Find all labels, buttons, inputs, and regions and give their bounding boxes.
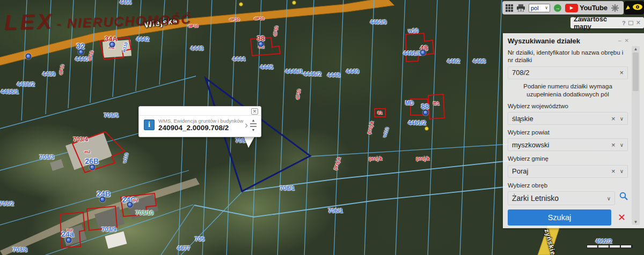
popup-pager-bar — [250, 123, 257, 124]
map-content-bar[interactable]: Zawartość mapy ? ✕ — [570, 17, 644, 28]
popup-scroll-down-icon[interactable]: ▼ — [252, 128, 255, 132]
print-icon[interactable] — [517, 4, 525, 12]
voivodeship-label: Wybierz województwo — [508, 102, 628, 110]
cancel-search-icon[interactable]: ✕ — [618, 212, 626, 223]
county-label: Wybierz powiat — [508, 129, 628, 136]
popup-header: ✕ — [139, 107, 261, 116]
popup-next-chevron-icon[interactable]: › — [245, 120, 248, 130]
clear-icon[interactable]: × — [611, 115, 616, 123]
map-scale-bar — [587, 245, 633, 248]
help-icon[interactable]: ? — [622, 20, 626, 26]
parcel-number-value: 708/2 — [512, 69, 616, 77]
commune-label: Wybierz gminę — [508, 155, 628, 162]
popup-layer-source: WMS, Ewidencja gruntów i budynków — [158, 118, 244, 124]
watermark-suffix: - NIERUCHOMOŚĆ — [56, 11, 192, 31]
scroll-up-icon[interactable]: ▲ — [632, 47, 640, 51]
popup-body: i WMS, Ewidencja gruntów i budynków 2409… — [139, 116, 261, 133]
voivodeship-select[interactable]: śląskie × ∨ — [508, 112, 628, 125]
watermark-brand: LEX — [4, 9, 54, 34]
settings-asterisk-icon[interactable] — [611, 4, 619, 12]
district-value: Żarki Letnisko — [512, 194, 603, 202]
panel-title: Wyszukiwanie działek — [508, 37, 628, 45]
county-select[interactable]: myszkowski × ∨ — [508, 138, 628, 151]
voivodeship-value: śląskie — [512, 115, 608, 123]
clear-icon[interactable]: × — [619, 69, 624, 77]
info-icon: i — [144, 119, 155, 130]
chevron-down-icon[interactable]: ∨ — [620, 168, 624, 174]
panel-window-controls: – ✕ — [618, 38, 629, 43]
table-icon[interactable] — [506, 4, 513, 12]
popup-parcel-id: 240904_2.0009.708/2 — [158, 124, 244, 132]
county-value: myszkowski — [512, 141, 608, 149]
commune-value: Poraj — [512, 167, 608, 175]
popup-pager: ▲ ▼ — [250, 118, 257, 132]
chevron-down-icon[interactable]: ∨ — [607, 196, 611, 201]
parcel-hint: Podanie numeru działki wymaga uzupełnien… — [508, 82, 628, 99]
district-select[interactable]: Żarki Letnisko ∨ — [508, 191, 615, 205]
youtube-play-icon: ▶ — [565, 4, 578, 12]
restore-window-icon[interactable] — [628, 21, 633, 25]
house-roofs — [50, 40, 159, 249]
geoportal-app: Wiejskazyńskie32444044424443444444454446… — [0, 0, 644, 255]
clear-icon[interactable]: × — [611, 141, 616, 149]
identify-popup: ✕ i WMS, Ewidencja gruntów i budynków 24… — [138, 106, 261, 137]
go-arrow-icon[interactable]: → — [554, 4, 561, 12]
scrollbar-thumb[interactable] — [633, 52, 639, 91]
pegman-arrow-icon[interactable] — [625, 3, 631, 13]
parcel-search-panel: Wyszukiwanie działek – ✕ Nr działki, ide… — [503, 33, 644, 228]
chevron-down-icon[interactable]: ∨ — [620, 116, 624, 122]
popup-pager-bar — [250, 126, 257, 127]
scroll-down-icon[interactable]: ▼ — [632, 220, 640, 224]
popup-scroll-up-icon[interactable]: ▲ — [252, 118, 255, 122]
search-icon[interactable] — [619, 192, 628, 202]
parcel-number-label: Nr działki, identyfikator lub nazwa obrę… — [508, 49, 628, 64]
minimize-icon[interactable]: – — [618, 38, 621, 43]
top-toolbar: pol ∨ → ▶ YouTube — [502, 1, 624, 14]
parcel-number-input[interactable]: 708/2 × — [508, 66, 628, 79]
district-label: Wybierz obręb — [508, 182, 628, 189]
youtube-label: YouTube — [580, 4, 608, 12]
popup-tail — [244, 136, 255, 148]
map-content-title: Zawartość mapy — [574, 16, 619, 31]
eye-icon[interactable] — [632, 3, 643, 13]
language-select[interactable]: pol ∨ — [529, 4, 550, 12]
chevron-down-icon: ∨ — [545, 5, 548, 10]
street-view-toolbox — [624, 1, 644, 14]
clear-icon[interactable]: × — [611, 167, 616, 175]
chevron-down-icon[interactable]: ∨ — [620, 142, 624, 148]
popup-close-icon[interactable]: ✕ — [251, 108, 258, 115]
commune-select[interactable]: Poraj × ∨ — [508, 165, 628, 178]
popup-texts: WMS, Ewidencja gruntów i budynków 240904… — [158, 118, 244, 132]
youtube-button[interactable]: ▶ YouTube — [565, 4, 608, 12]
language-value: pol — [531, 5, 539, 11]
road-yellow — [538, 224, 560, 255]
panel-scrollbar[interactable]: ▲ ▼ — [632, 46, 640, 225]
search-button[interactable]: Szukaj — [508, 209, 611, 226]
close-icon[interactable]: ✕ — [625, 38, 629, 43]
close-icon[interactable]: ✕ — [636, 19, 641, 26]
